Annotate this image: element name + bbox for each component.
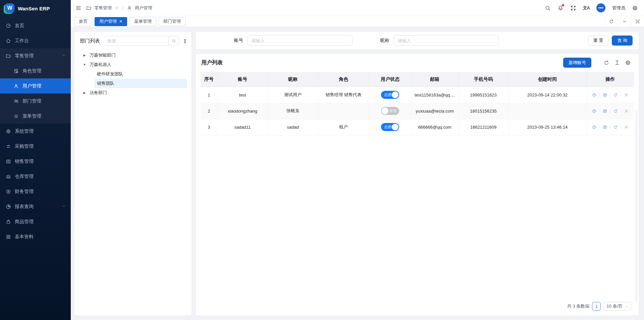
sidebar-item[interactable]: 工作台 [0, 33, 71, 48]
app-root: W WanSen ERP 首页工作台零售管理角色管理用户管理部门管理菜单管理系统… [0, 0, 644, 320]
avatar[interactable] [596, 3, 605, 12]
status-toggle[interactable]: 启用 [381, 123, 399, 131]
delete-user-icon[interactable] [624, 93, 629, 97]
refresh-page-icon[interactable] [605, 16, 618, 27]
user-table-header-row: 序号账号昵称角色用户状态邮箱手机号码创建时间操作 [201, 72, 634, 87]
tree-caret-icon[interactable]: ▼ [82, 63, 87, 66]
tree-node[interactable]: 销售团队 [78, 79, 188, 88]
reset-password-icon[interactable] [613, 109, 618, 113]
user-list-panel: 用户列表 新增账号 序号账号昵称角色用户状态邮箱手机号码创建时间操作 1test [196, 54, 639, 315]
status-toggle[interactable]: 停用 [381, 107, 399, 115]
nickname-input[interactable] [393, 35, 499, 46]
language-switch-icon[interactable]: 文A [583, 5, 590, 11]
department-search-button[interactable] [168, 36, 179, 46]
account-input[interactable] [247, 35, 353, 46]
notification-badge [562, 4, 564, 6]
settings-gear-icon[interactable] [632, 5, 638, 11]
breadcrumb-separator: / [122, 5, 123, 10]
sales-icon [6, 159, 11, 164]
tree-node[interactable]: ▶万森智能部门 [78, 51, 188, 60]
finance-icon [6, 189, 11, 194]
tree-node[interactable]: ▶法务部门 [78, 88, 188, 98]
tree-node[interactable]: 硬件研发团队 [78, 69, 188, 79]
tree-node[interactable]: ▼万森机器人 [78, 60, 188, 69]
sidebar-item[interactable]: 财务管理 [0, 184, 71, 199]
tree-caret-icon[interactable]: ▶ [82, 54, 87, 57]
table-row: 2xiaodongzhang张晓东停用yuxiuaa@tecia.com1801… [201, 103, 634, 119]
total-count: 共 3 条数据 [567, 303, 589, 309]
breadcrumb-parent[interactable]: 零售管理 [94, 5, 112, 11]
cell-actions [586, 119, 634, 135]
tab[interactable]: 菜单管理 [129, 17, 156, 26]
delete-user-icon[interactable] [624, 125, 629, 129]
cell-actions [586, 103, 634, 119]
notification-bell-icon[interactable] [557, 5, 564, 11]
tree-caret-icon[interactable]: ▶ [82, 91, 87, 94]
search-button[interactable]: 查 询 [612, 36, 633, 46]
column-settings-gear-icon[interactable] [625, 60, 631, 66]
cell-account: sadad11 [217, 119, 268, 135]
delete-user-icon[interactable] [624, 109, 629, 113]
status-toggle[interactable]: 启用 [381, 91, 399, 99]
add-account-button[interactable]: 新增账号 [563, 58, 591, 68]
content-maximize-icon[interactable] [631, 16, 644, 27]
sidebar-item[interactable]: 仓库管理 [0, 169, 71, 184]
edit-icon[interactable] [603, 93, 607, 97]
detail-info-icon[interactable] [592, 109, 596, 113]
tab[interactable]: 部门管理 [159, 17, 185, 26]
cell-phone: 16621211609 [458, 119, 508, 135]
column-header: 创建时间 [508, 72, 586, 87]
right-column: 账号 昵称 重 置 查 询 用户列表 [196, 32, 639, 315]
reset-password-icon[interactable] [613, 125, 618, 129]
sidebar-item[interactable]: 商品管理 [0, 214, 71, 229]
chevron-down-icon[interactable] [114, 6, 119, 10]
detail-info-icon[interactable] [592, 93, 596, 97]
tab[interactable]: 首页 [74, 17, 92, 26]
row-height-icon[interactable] [614, 60, 620, 66]
topbar-actions: 文A 管理员 [545, 3, 638, 12]
search-icon[interactable] [545, 5, 551, 11]
detail-info-icon[interactable] [592, 125, 596, 129]
reset-button[interactable]: 重 置 [588, 36, 609, 46]
table-refresh-icon[interactable] [603, 60, 609, 66]
sidebar-item[interactable]: 采购管理 [0, 139, 71, 154]
sidebar-item[interactable]: 报表查询 [0, 199, 71, 214]
cell-status: 停用 [369, 103, 411, 119]
tab[interactable]: 用户管理✕ [95, 17, 127, 26]
sidebar-item[interactable]: 部门管理 [0, 93, 71, 109]
brand-name: WanSen ERP [18, 6, 50, 11]
tab-close-icon[interactable]: ✕ [119, 19, 122, 23]
edit-icon[interactable] [603, 109, 607, 113]
menu-fold-icon[interactable] [75, 5, 82, 11]
cell-email: yuxiuaa@tecia.com [411, 103, 458, 119]
department-search-input[interactable] [103, 36, 168, 46]
user-icon [127, 5, 132, 11]
account-field: 账号 [234, 35, 353, 46]
page-size-select[interactable]: 10 条/页 [603, 302, 632, 311]
page-number-button[interactable]: 1 [592, 302, 601, 311]
sidebar-item[interactable]: 销售管理 [0, 154, 71, 169]
team-icon [13, 99, 19, 104]
fullscreen-icon[interactable] [570, 5, 576, 11]
user-table-body: 1test测试用户销售经理 销售代表启用test1158163a@qq....1… [201, 87, 634, 135]
account-label: 账号 [234, 38, 243, 44]
department-more-icon[interactable]: ⋮ [182, 39, 187, 44]
sidebar-item[interactable]: 角色管理 [0, 63, 71, 78]
sidebar-item[interactable]: 首页 [0, 18, 71, 33]
role-icon [13, 68, 19, 74]
edit-icon[interactable] [603, 125, 607, 129]
tabbar-tools [605, 16, 644, 27]
sidebar-item[interactable]: 系统管理 [0, 124, 71, 139]
tab-menu-chevron-icon[interactable] [618, 16, 631, 27]
nickname-label: 昵称 [380, 38, 389, 44]
cell-phone: 18015156235 [458, 103, 508, 119]
column-header: 邮箱 [411, 72, 458, 87]
sidebar-item[interactable]: 用户管理 [0, 78, 71, 93]
user-name[interactable]: 管理员 [612, 5, 625, 11]
sidebar-item[interactable]: 零售管理 [0, 48, 71, 63]
sidebar-item[interactable]: 基本资料 [0, 229, 71, 244]
reset-password-icon[interactable] [613, 93, 618, 97]
content: 部门列表 ⋮ ▶万森智能部门▼万森机器人硬件研发团队销售团队▶法务部门 账号 [71, 27, 644, 320]
folder-icon [6, 53, 11, 59]
sidebar-item[interactable]: 菜单管理 [0, 109, 71, 124]
